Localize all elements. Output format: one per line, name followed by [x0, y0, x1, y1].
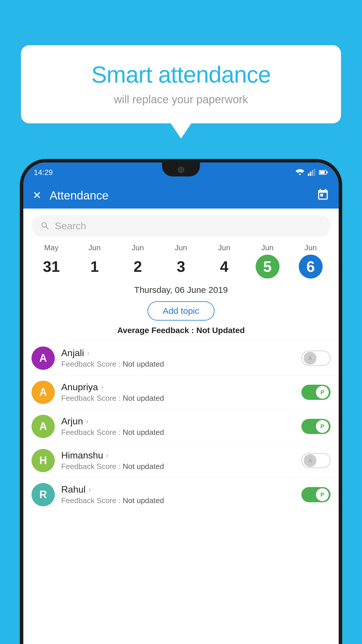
student-avatar-4: R	[31, 483, 55, 506]
toggle-thumb-2: P	[316, 420, 329, 433]
student-row-3[interactable]: HHimanshu ›Feedback Score : Not updatedA	[23, 443, 339, 477]
speech-bubble-title: Smart attendance	[38, 61, 324, 88]
toggle-wrap-3[interactable]: A	[301, 453, 331, 468]
date-month-5: Jun	[261, 243, 274, 252]
calendar-icon	[317, 188, 329, 201]
student-name-3: Himanshu ›	[61, 450, 298, 461]
speech-bubble: Smart attendance will replace your paper…	[21, 45, 341, 123]
date-num-5: 5	[256, 255, 280, 279]
date-col-4[interactable]: Jun4	[203, 243, 246, 279]
search-icon	[40, 221, 50, 231]
chevron-icon: ›	[101, 383, 103, 392]
attendance-toggle-4[interactable]: P	[301, 487, 331, 502]
notch	[162, 162, 200, 176]
student-row-4[interactable]: RRahul ›Feedback Score : Not updatedP	[23, 477, 339, 512]
date-num-1: 1	[82, 255, 106, 279]
date-month-0: May	[44, 243, 59, 252]
date-month-1: Jun	[88, 243, 101, 252]
status-icons	[296, 169, 328, 176]
date-month-3: Jun	[175, 243, 187, 252]
date-num-4: 4	[212, 255, 236, 279]
app-header: ✕ Attendance	[23, 182, 339, 209]
speech-bubble-subtitle: will replace your paperwork	[38, 93, 324, 106]
svg-rect-1	[310, 172, 311, 176]
toggle-thumb-3: A	[304, 454, 317, 467]
avg-feedback-value: Not Updated	[196, 326, 245, 335]
wifi-icon	[296, 169, 304, 176]
date-col-0[interactable]: May31	[30, 243, 73, 279]
student-avatar-0: A	[31, 346, 55, 370]
svg-rect-2	[312, 170, 313, 176]
date-num-2: 2	[126, 255, 150, 279]
toggle-thumb-0: A	[304, 352, 317, 365]
student-name-1: Anupriya ›	[61, 382, 298, 393]
toggle-wrap-2[interactable]: P	[301, 419, 331, 434]
svg-rect-0	[308, 174, 309, 176]
selected-date-label: Thursday, 06 June 2019	[23, 279, 339, 298]
student-info-2: Arjun ›Feedback Score : Not updated	[61, 416, 298, 437]
student-list: AAnjali ›Feedback Score : Not updatedAAA…	[23, 341, 339, 512]
toggle-wrap-1[interactable]: P	[301, 385, 331, 400]
student-info-0: Anjali ›Feedback Score : Not updated	[61, 348, 298, 369]
student-avatar-1: A	[31, 381, 55, 404]
attendance-toggle-2[interactable]: P	[301, 419, 331, 434]
date-col-1[interactable]: Jun1	[73, 243, 116, 279]
date-month-6: Jun	[305, 243, 317, 252]
date-num-0: 31	[39, 255, 63, 279]
toggle-wrap-0[interactable]: A	[301, 351, 331, 366]
student-feedback-3: Feedback Score : Not updated	[61, 462, 298, 471]
status-bar: 14:29	[23, 162, 339, 182]
date-col-6[interactable]: Jun6	[289, 243, 332, 279]
student-name-2: Arjun ›	[61, 416, 298, 427]
student-info-4: Rahul ›Feedback Score : Not updated	[61, 484, 298, 505]
date-month-2: Jun	[132, 243, 144, 252]
signal-icon	[308, 169, 315, 176]
search-placeholder: Search	[55, 220, 86, 232]
student-row-0[interactable]: AAnjali ›Feedback Score : Not updatedA	[23, 341, 339, 375]
toggle-thumb-1: P	[316, 386, 329, 399]
date-col-3[interactable]: Jun3	[159, 243, 203, 279]
search-bar[interactable]: Search	[31, 215, 331, 237]
phone-inner: 14:29	[23, 162, 339, 644]
student-avatar-2: A	[31, 415, 55, 438]
chevron-icon: ›	[106, 451, 109, 460]
student-feedback-4: Feedback Score : Not updated	[61, 496, 298, 505]
add-topic-button[interactable]: Add topic	[147, 301, 214, 321]
app-content: Search May31Jun1Jun2Jun3Jun4Jun5Jun6 Thu…	[23, 209, 339, 644]
date-strip: May31Jun1Jun2Jun3Jun4Jun5Jun6	[23, 243, 339, 279]
student-avatar-3: H	[31, 449, 55, 472]
student-feedback-0: Feedback Score : Not updated	[61, 360, 298, 369]
date-num-3: 3	[169, 255, 193, 279]
chevron-icon: ›	[86, 417, 89, 426]
notch-camera	[178, 167, 184, 173]
date-col-2[interactable]: Jun2	[116, 243, 159, 279]
student-feedback-2: Feedback Score : Not updated	[61, 428, 298, 437]
student-info-1: Anupriya ›Feedback Score : Not updated	[61, 382, 298, 403]
calendar-button[interactable]	[317, 188, 329, 202]
student-name-4: Rahul ›	[61, 484, 298, 495]
status-time: 14:29	[34, 168, 53, 177]
svg-rect-3	[314, 169, 315, 176]
date-month-4: Jun	[218, 243, 230, 252]
avg-feedback-label: Average Feedback :	[117, 326, 196, 335]
battery-icon	[319, 169, 328, 175]
chevron-icon: ›	[89, 485, 91, 494]
toggle-wrap-4[interactable]: P	[301, 487, 331, 502]
student-row-2[interactable]: AArjun ›Feedback Score : Not updatedP	[23, 409, 339, 443]
phone-frame: 14:29	[20, 159, 342, 644]
student-name-0: Anjali ›	[61, 348, 298, 358]
toggle-thumb-4: P	[316, 488, 329, 501]
student-info-3: Himanshu ›Feedback Score : Not updated	[61, 450, 298, 471]
date-col-5[interactable]: Jun5	[246, 243, 289, 279]
svg-rect-5	[319, 171, 325, 174]
svg-rect-6	[327, 172, 328, 173]
attendance-toggle-3[interactable]: A	[301, 453, 331, 468]
attendance-toggle-1[interactable]: P	[301, 385, 331, 400]
close-button[interactable]: ✕	[33, 189, 41, 202]
chevron-icon: ›	[87, 349, 89, 358]
student-row-1[interactable]: AAnupriya ›Feedback Score : Not updatedP	[23, 375, 339, 409]
attendance-toggle-0[interactable]: A	[301, 351, 331, 366]
student-feedback-1: Feedback Score : Not updated	[61, 394, 298, 403]
date-num-6: 6	[299, 255, 323, 279]
average-feedback: Average Feedback : Not Updated	[23, 326, 339, 335]
